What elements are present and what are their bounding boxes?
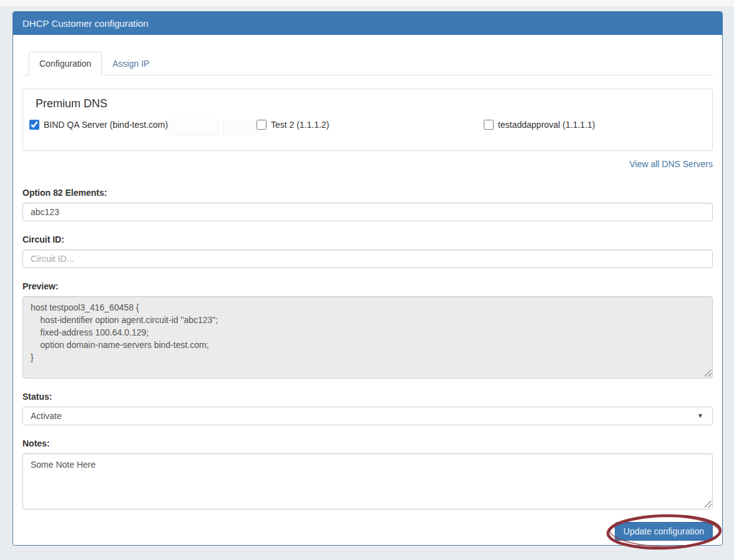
notes-textarea[interactable]: Some Note Here bbox=[22, 453, 713, 509]
dhcp-configuration-panel: DHCP Customer configuration Configuratio… bbox=[12, 11, 723, 546]
premium-dns-title: Premium DNS bbox=[36, 97, 707, 110]
view-all-dns-row: View all DNS Servers bbox=[22, 158, 713, 170]
chevron-down-icon: ▼ bbox=[697, 407, 703, 425]
panel-title: DHCP Customer configuration bbox=[13, 12, 722, 35]
update-configuration-button[interactable]: Update configuration bbox=[615, 522, 713, 541]
redaction-artifact bbox=[169, 120, 218, 135]
button-row: Update configuration bbox=[22, 522, 713, 542]
dns-checkbox-bind-qa-server[interactable] bbox=[29, 120, 39, 130]
dns-checkbox-label: testaddapproval (1.1.1.1) bbox=[498, 120, 595, 130]
dns-checkbox-testaddapproval[interactable] bbox=[484, 120, 494, 130]
tab-configuration[interactable]: Configuration bbox=[29, 52, 102, 75]
status-selected-value: Activate bbox=[31, 407, 62, 425]
dns-server-option: BIND QA Server (bind-test.com) bbox=[28, 120, 255, 130]
circuit-id-input[interactable] bbox=[22, 249, 713, 268]
dns-server-option: testaddapproval (1.1.1.1) bbox=[482, 120, 710, 130]
redaction-artifact bbox=[223, 121, 254, 135]
status-label: Status: bbox=[22, 392, 713, 402]
page-top-strip bbox=[0, 0, 734, 6]
circuit-id-label: Circuit ID: bbox=[22, 234, 713, 244]
preview-label: Preview: bbox=[22, 281, 713, 291]
dns-server-option: Test 2 (1.1.1.2) bbox=[255, 120, 482, 130]
dns-checkbox-label: Test 2 (1.1.1.2) bbox=[271, 120, 329, 130]
dns-server-list: BIND QA Server (bind-test.com) Test 2 (1… bbox=[28, 120, 707, 130]
premium-dns-section: Premium DNS BIND QA Server (bind-test.co… bbox=[22, 89, 713, 151]
status-select[interactable]: Activate ▼ bbox=[22, 407, 713, 425]
preview-textarea[interactable]: host testpool3_416_60458 { host-identifi… bbox=[22, 296, 713, 379]
option82-input[interactable] bbox=[22, 203, 713, 221]
dns-checkbox-test2[interactable] bbox=[257, 120, 267, 130]
notes-label: Notes: bbox=[22, 438, 713, 448]
option82-label: Option 82 Elements: bbox=[22, 188, 713, 198]
tab-bar: Configuration Assign IP bbox=[22, 52, 713, 75]
tab-assign-ip[interactable]: Assign IP bbox=[102, 52, 160, 75]
view-all-dns-servers-link[interactable]: View all DNS Servers bbox=[629, 159, 713, 169]
dns-checkbox-label: BIND QA Server (bind-test.com) bbox=[44, 120, 168, 130]
